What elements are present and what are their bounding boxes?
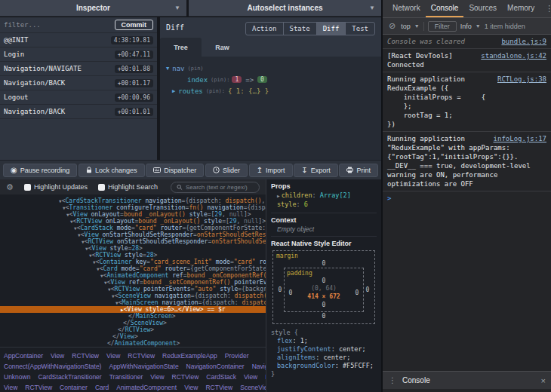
tree-node[interactable]: ▶<View style=6>…</View> == $r	[0, 306, 266, 313]
padding-bottom[interactable]: 0	[287, 301, 361, 309]
padding-right[interactable]: 0	[353, 289, 361, 296]
breadcrumb-item[interactable]: Card	[95, 384, 109, 391]
clear-console-icon[interactable]: ⊘	[387, 21, 397, 31]
tree-node[interactable]: ▼<Container key="card_scene_Init" mode="…	[0, 259, 266, 265]
expand-arrow-icon[interactable]: ▼	[166, 66, 169, 72]
tree-node[interactable]: ▼<RCTView onLayout=bound _onLayout() sty…	[0, 218, 266, 225]
style-property[interactable]: alignItems: center;	[271, 354, 377, 362]
highlight-search-checkbox[interactable]: Highlight Search	[98, 183, 158, 191]
devtools-tab-sources[interactable]: Sources	[463, 0, 502, 17]
style-property[interactable]: justifyContent: center;	[271, 345, 377, 354]
tree-node[interactable]: ▼<View ref=bound _setComponentRef() poin…	[0, 279, 266, 286]
source-link[interactable]: bundle.js:9	[501, 37, 546, 46]
tree-node[interactable]: ▼<SceneView navigation={dispatch: dispat…	[0, 292, 266, 299]
margin-top[interactable]: 0	[276, 259, 371, 268]
breadcrumb-item[interactable]: View	[184, 384, 198, 391]
lock-changes-button[interactable]: Lock changes	[78, 164, 145, 177]
breadcrumb-item[interactable]: Unknown	[4, 373, 30, 381]
breadcrumb-item[interactable]: View	[51, 352, 64, 360]
console-prompt[interactable]: >	[383, 191, 551, 205]
log-level-selector[interactable]: Info	[460, 23, 472, 30]
action-list-item[interactable]: Navigation/BACK+00:01.01	[0, 105, 157, 119]
action-list-item[interactable]: @@INIT4:38:19.81	[0, 33, 157, 47]
tree-node[interactable]: ▼<CardStackTransitioner navigation={disp…	[0, 198, 266, 204]
action-list-item[interactable]: Navigation/BACK+00:01.17	[0, 76, 157, 90]
tree-node[interactable]: ▼<Card mode="card" router={getComponentF…	[0, 265, 266, 272]
tree-node[interactable]: </AnimatedComponent>	[0, 340, 266, 347]
collapse-arrow-icon[interactable]: ▶	[277, 193, 280, 198]
kebab-menu-icon[interactable]: ⋮	[383, 376, 402, 384]
source-link[interactable]: RCTLog.js:38	[497, 75, 546, 84]
tree-node[interactable]: ▼<RCTView onStartShouldSetResponder=onSt…	[0, 238, 266, 245]
margin-bottom[interactable]: 0	[276, 312, 371, 320]
mode-button-state[interactable]: State	[283, 22, 317, 35]
tree-search-box[interactable]	[171, 182, 260, 193]
highlight-updates-checkbox[interactable]: Highlight Updates	[24, 183, 88, 191]
tree-node[interactable]: ▼<RCTView style=28>	[0, 252, 266, 259]
breadcrumb-item[interactable]: RCTView	[172, 373, 199, 381]
import-button[interactable]: ↥Import	[249, 164, 293, 177]
devtools-tab-console[interactable]: Console	[426, 0, 464, 17]
tree-search-input[interactable]	[186, 184, 254, 191]
mode-button-action[interactable]: Action	[245, 22, 284, 35]
diff-tab-tree[interactable]: Tree	[160, 38, 202, 57]
slider-button[interactable]: Slider	[205, 164, 248, 177]
instances-dropdown[interactable]: Autoselect instances ▼	[189, 0, 381, 17]
action-list-item[interactable]: Login+00:47.11	[0, 47, 157, 62]
breadcrumb-item[interactable]: Connect(AppWithNavigationState)	[4, 363, 101, 370]
breadcrumb-item[interactable]: Provider	[225, 352, 249, 360]
tree-node[interactable]: </View>	[0, 333, 266, 340]
breadcrumb-item[interactable]: View	[244, 373, 257, 381]
breadcrumb-item[interactable]: AnimatedComponent	[116, 384, 177, 391]
close-icon[interactable]: ×	[536, 376, 551, 385]
margin-left[interactable]: 0	[276, 286, 284, 293]
dispatcher-button[interactable]: Dispatcher	[146, 164, 204, 177]
breadcrumb-item[interactable]: View	[150, 373, 164, 381]
diff-row-index[interactable]: index (pin): 1 => 0	[160, 74, 381, 85]
pause-recording-button[interactable]: ◉Pause recording	[3, 164, 77, 177]
diff-tab-raw[interactable]: Raw	[202, 38, 243, 57]
prop-children[interactable]: ▶children: Array[2]	[271, 191, 377, 201]
margin-right[interactable]: 0	[364, 286, 371, 293]
padding-left[interactable]: 0	[287, 289, 294, 296]
source-link[interactable]: infoLog.js:17	[494, 134, 546, 143]
diff-row-routes[interactable]: ▶ routes (pin): { 1: {…} }	[160, 85, 381, 96]
source-link[interactable]: standalone.js:42	[481, 51, 546, 60]
tree-node[interactable]: ▼<Transitioner configureTransition=fn() …	[0, 204, 266, 211]
context-selector[interactable]: top	[401, 23, 411, 30]
mode-button-diff[interactable]: Diff	[316, 22, 346, 35]
breadcrumb-item[interactable]: RCTView	[72, 352, 99, 360]
tree-node[interactable]: ▼<View onStartShouldSetResponder=onStart…	[0, 231, 266, 238]
collapse-arrow-icon[interactable]: ▶	[172, 88, 175, 94]
breadcrumb-item[interactable]: RCTView	[25, 384, 52, 391]
breadcrumb-item[interactable]: Transitioner	[109, 373, 143, 381]
mode-button-test[interactable]: Test	[345, 22, 375, 35]
breadcrumb-item[interactable]: Container	[60, 384, 88, 391]
breadcrumb-item[interactable]: RCTView	[128, 352, 155, 360]
gear-icon[interactable]: ⚙	[6, 182, 14, 192]
style-property[interactable]: backgroundColor: #F5FCFF;	[271, 362, 377, 370]
breadcrumb-item[interactable]: CardStack	[206, 373, 236, 381]
tree-node[interactable]: ▼<MainScreen navigation={dispatch: dispa…	[0, 299, 266, 306]
breadcrumb-item[interactable]: ReduxExampleApp	[162, 352, 217, 360]
print-button[interactable]: Print	[339, 164, 378, 177]
tree-node[interactable]: ▼<RCTView pointerEvents="auto" style={ba…	[0, 286, 266, 292]
breadcrumb-item[interactable]: AppWithNavigationState	[109, 363, 178, 370]
breadcrumb-item[interactable]: NavigationContainer	[186, 363, 245, 370]
commit-button[interactable]: Commit	[115, 20, 154, 30]
tree-node[interactable]: </SceneView>	[0, 320, 266, 326]
tree-node[interactable]: ▼<CardStack mode="card" router={getCompo…	[0, 225, 266, 231]
tree-node[interactable]: </MainScreen>	[0, 313, 266, 320]
prop-style[interactable]: style: 6	[271, 201, 377, 210]
padding-top[interactable]: 0	[287, 277, 361, 285]
breadcrumb-item[interactable]: View	[106, 352, 120, 360]
action-list-item[interactable]: Navigation/NAVIGATE+00:01.88	[0, 62, 157, 76]
devtools-tab-network[interactable]: Network	[387, 0, 426, 17]
tree-node[interactable]: </RCTView>	[0, 326, 266, 333]
filter-input[interactable]	[4, 21, 115, 29]
action-list-item[interactable]: Logout+00:00.96	[0, 90, 157, 105]
breadcrumb-item[interactable]: CardStackTransitioner	[38, 373, 101, 381]
inspector-header[interactable]: Inspector ▼	[0, 0, 186, 17]
devtools-tab-memory[interactable]: Memory	[502, 0, 540, 17]
diff-row-nav[interactable]: ▼ nav (pin)	[160, 63, 381, 74]
